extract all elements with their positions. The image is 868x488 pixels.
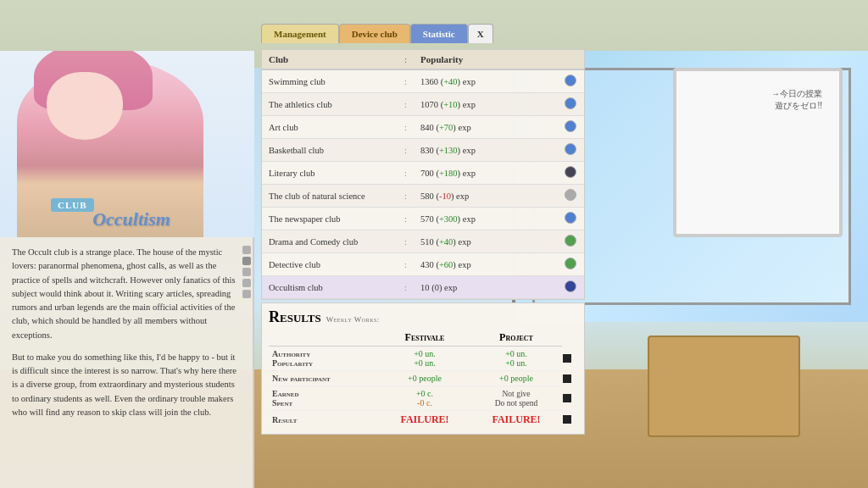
popularity-cell: 570 (+300) exp bbox=[414, 208, 557, 230]
scroll-indicator[interactable] bbox=[242, 257, 251, 265]
results-title: Results bbox=[269, 308, 321, 326]
colon-cell: : bbox=[398, 253, 414, 276]
colon-cell: : bbox=[398, 276, 414, 299]
row-dot bbox=[557, 116, 584, 139]
club-name-cell: The club of natural science bbox=[262, 185, 398, 208]
scroll-indicator[interactable] bbox=[242, 268, 251, 276]
table-row[interactable]: Swimming club : 1360 (+40) exp bbox=[262, 69, 584, 93]
row-dot bbox=[557, 185, 584, 208]
colon-cell: : bbox=[398, 69, 414, 93]
results-label-earned: EarnedSpent bbox=[269, 386, 379, 411]
tab-device-club[interactable]: Device club bbox=[339, 24, 410, 43]
results-festivale-result: FAILURE! bbox=[379, 411, 470, 430]
table-row[interactable]: Literary club : 700 (+180) exp bbox=[262, 162, 584, 185]
table-row[interactable]: Basketball club : 830 (+130) exp bbox=[262, 139, 584, 162]
results-col-indicator bbox=[562, 330, 577, 347]
character-face bbox=[47, 72, 123, 140]
results-label-participant: New participant bbox=[269, 371, 379, 386]
results-col-project: Project bbox=[470, 330, 562, 347]
results-festivale-participant: +0 people bbox=[379, 371, 470, 386]
description-p2: But to make you do something like this, … bbox=[12, 351, 241, 419]
table-row[interactable]: The newspaper club : 570 (+300) exp bbox=[262, 208, 584, 230]
club-name-cell: Drama and Comedy club bbox=[262, 230, 398, 253]
results-row-dot bbox=[562, 411, 577, 430]
popularity-cell: 580 (-10) exp bbox=[414, 185, 557, 208]
row-dot bbox=[557, 253, 584, 276]
popularity-cell: 430 (+60) exp bbox=[414, 253, 557, 276]
scroll-indicator[interactable] bbox=[242, 290, 251, 298]
table-row[interactable]: Detective club : 430 (+60) exp bbox=[262, 253, 584, 276]
club-name-cell: The athletics club bbox=[262, 93, 398, 116]
tab-close-button[interactable]: X bbox=[468, 24, 493, 43]
scroll-indicator[interactable] bbox=[242, 279, 251, 287]
results-indicator bbox=[563, 354, 571, 363]
popularity-cell: 1070 (+10) exp bbox=[414, 93, 557, 116]
row-dot bbox=[557, 162, 584, 185]
results-project-result: FAILURE! bbox=[470, 411, 562, 430]
club-name-cell: Art club bbox=[262, 116, 398, 139]
colon-cell: : bbox=[398, 185, 414, 208]
description-area: The Occult club is a strange place. The … bbox=[0, 237, 253, 428]
colon-cell: : bbox=[398, 139, 414, 162]
results-row-dot bbox=[562, 386, 577, 411]
colon-cell: : bbox=[398, 116, 414, 139]
club-name-cell: Literary club bbox=[262, 162, 398, 185]
popularity-cell: 700 (+180) exp bbox=[414, 162, 557, 185]
table-row[interactable]: The club of natural science : 580 (-10) … bbox=[262, 185, 584, 208]
results-col-festivale: Festivale bbox=[379, 330, 470, 347]
club-name-cell: Basketball club bbox=[262, 139, 398, 162]
results-row-dot bbox=[562, 347, 577, 371]
table-row[interactable]: Drama and Comedy club : 510 (+40) exp bbox=[262, 230, 584, 253]
results-row-earned: EarnedSpent +0 c. -0 c. Not give Do not … bbox=[269, 386, 577, 411]
colon-cell: : bbox=[398, 230, 414, 253]
results-festivale-earned: +0 c. -0 c. bbox=[379, 386, 470, 411]
scroll-indicator[interactable] bbox=[242, 246, 251, 254]
popularity-cell: 830 (+130) exp bbox=[414, 139, 557, 162]
results-indicator bbox=[563, 394, 571, 402]
results-row-participant: New participant +0 people +0 people bbox=[269, 371, 577, 386]
club-name-cell: Occultism club bbox=[262, 276, 398, 299]
popularity-cell: 1360 (+40) exp bbox=[414, 69, 557, 93]
results-row-authority: AuthorityPopularity +0 un. +0 un. +0 un.… bbox=[269, 347, 577, 371]
whiteboard: →今日の授業遊びをゼロ!! bbox=[673, 68, 843, 237]
results-project-authority: +0 un. +0 un. bbox=[470, 347, 562, 371]
results-label-authority: AuthorityPopularity bbox=[269, 347, 379, 371]
club-name-display: Occultism bbox=[25, 208, 237, 230]
results-row-result: Result FAILURE! FAILURE! bbox=[269, 411, 577, 430]
colon-cell: : bbox=[398, 162, 414, 185]
row-dot bbox=[557, 230, 584, 253]
description-p1: The Occult club is a strange place. The … bbox=[12, 246, 241, 342]
col-header-club: Club bbox=[262, 50, 398, 69]
tabs-bar: Management Device club Statistic X bbox=[261, 24, 493, 43]
club-name-cell: The newspaper club bbox=[262, 208, 398, 230]
results-section: Results Weekly Works: Festivale Project … bbox=[261, 302, 585, 435]
row-dot bbox=[557, 276, 584, 299]
club-name-cell: Swimming club bbox=[262, 69, 398, 93]
popularity-cell: 840 (+70) exp bbox=[414, 116, 557, 139]
club-table: Club : Popularity Swimming club : 1360 (… bbox=[262, 50, 584, 299]
left-panel: CLUB Occultism The Occult club is a stra… bbox=[0, 51, 254, 488]
table-row[interactable]: The athletics club : 1070 (+10) exp bbox=[262, 93, 584, 116]
results-project-participant: +0 people bbox=[470, 371, 562, 386]
results-table: Festivale Project AuthorityPopularity +0… bbox=[269, 330, 577, 429]
results-subtitle: Weekly Works: bbox=[326, 315, 380, 324]
results-indicator bbox=[563, 374, 571, 383]
row-dot bbox=[557, 93, 584, 116]
tab-statistic[interactable]: Statistic bbox=[410, 24, 468, 43]
table-row[interactable]: Art club : 840 (+70) exp bbox=[262, 116, 584, 139]
colon-cell: : bbox=[398, 93, 414, 116]
table-row[interactable]: Occultism club : 10 (0) exp bbox=[262, 276, 584, 299]
results-col-label bbox=[269, 330, 379, 347]
club-name-cell: Detective club bbox=[262, 253, 398, 276]
row-dot bbox=[557, 208, 584, 230]
results-label-result: Result bbox=[269, 411, 379, 430]
popularity-cell: 10 (0) exp bbox=[414, 276, 557, 299]
results-indicator bbox=[563, 415, 571, 424]
character-area: CLUB Occultism bbox=[0, 51, 254, 237]
results-row-dot bbox=[562, 371, 577, 386]
results-festivale-authority: +0 un. +0 un. bbox=[379, 347, 470, 371]
whiteboard-text: →今日の授業遊びをゼロ!! bbox=[771, 88, 822, 112]
col-header-colon: : bbox=[398, 50, 414, 69]
club-table-container: Club : Popularity Swimming club : 1360 (… bbox=[261, 49, 585, 300]
tab-management[interactable]: Management bbox=[261, 24, 339, 43]
